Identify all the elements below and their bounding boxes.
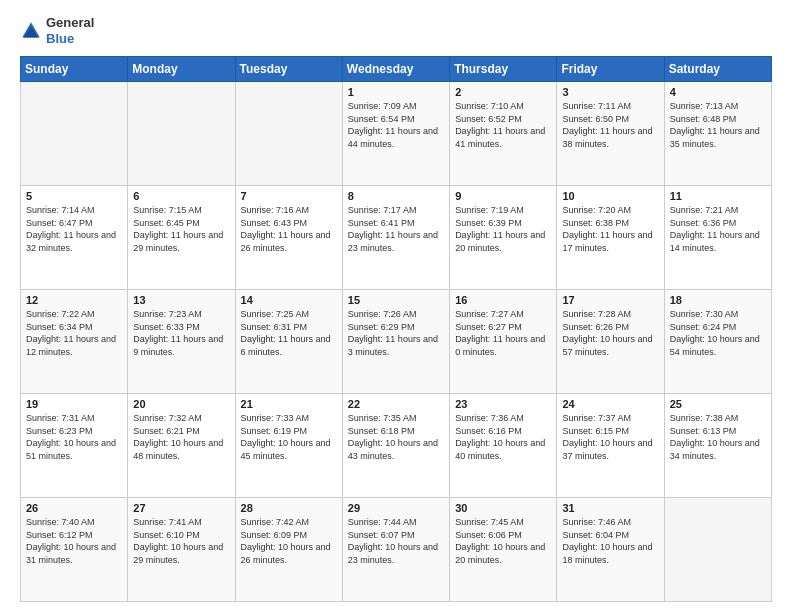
day-info: Sunrise: 7:26 AMSunset: 6:29 PMDaylight:… — [348, 308, 444, 358]
day-number: 1 — [348, 86, 444, 98]
day-number: 23 — [455, 398, 551, 410]
calendar-cell: 14Sunrise: 7:25 AMSunset: 6:31 PMDayligh… — [235, 290, 342, 394]
day-number: 21 — [241, 398, 337, 410]
calendar-cell: 4Sunrise: 7:13 AMSunset: 6:48 PMDaylight… — [664, 82, 771, 186]
day-info: Sunrise: 7:25 AMSunset: 6:31 PMDaylight:… — [241, 308, 337, 358]
day-info: Sunrise: 7:30 AMSunset: 6:24 PMDaylight:… — [670, 308, 766, 358]
day-info: Sunrise: 7:31 AMSunset: 6:23 PMDaylight:… — [26, 412, 122, 462]
calendar-cell: 25Sunrise: 7:38 AMSunset: 6:13 PMDayligh… — [664, 394, 771, 498]
logo-text: General Blue — [46, 15, 94, 46]
calendar-cell — [235, 82, 342, 186]
day-info: Sunrise: 7:36 AMSunset: 6:16 PMDaylight:… — [455, 412, 551, 462]
day-number: 17 — [562, 294, 658, 306]
calendar-cell: 26Sunrise: 7:40 AMSunset: 6:12 PMDayligh… — [21, 498, 128, 602]
day-info: Sunrise: 7:09 AMSunset: 6:54 PMDaylight:… — [348, 100, 444, 150]
day-number: 6 — [133, 190, 229, 202]
day-info: Sunrise: 7:14 AMSunset: 6:47 PMDaylight:… — [26, 204, 122, 254]
day-number: 5 — [26, 190, 122, 202]
calendar-cell: 28Sunrise: 7:42 AMSunset: 6:09 PMDayligh… — [235, 498, 342, 602]
weekday-header: Sunday — [21, 57, 128, 82]
calendar-cell: 27Sunrise: 7:41 AMSunset: 6:10 PMDayligh… — [128, 498, 235, 602]
day-number: 8 — [348, 190, 444, 202]
calendar-table: SundayMondayTuesdayWednesdayThursdayFrid… — [20, 56, 772, 602]
day-info: Sunrise: 7:10 AMSunset: 6:52 PMDaylight:… — [455, 100, 551, 150]
day-info: Sunrise: 7:45 AMSunset: 6:06 PMDaylight:… — [455, 516, 551, 566]
day-info: Sunrise: 7:13 AMSunset: 6:48 PMDaylight:… — [670, 100, 766, 150]
day-info: Sunrise: 7:38 AMSunset: 6:13 PMDaylight:… — [670, 412, 766, 462]
calendar-cell — [664, 498, 771, 602]
day-number: 13 — [133, 294, 229, 306]
calendar-cell: 23Sunrise: 7:36 AMSunset: 6:16 PMDayligh… — [450, 394, 557, 498]
calendar-cell: 22Sunrise: 7:35 AMSunset: 6:18 PMDayligh… — [342, 394, 449, 498]
day-number: 28 — [241, 502, 337, 514]
day-info: Sunrise: 7:41 AMSunset: 6:10 PMDaylight:… — [133, 516, 229, 566]
day-info: Sunrise: 7:17 AMSunset: 6:41 PMDaylight:… — [348, 204, 444, 254]
calendar-cell: 31Sunrise: 7:46 AMSunset: 6:04 PMDayligh… — [557, 498, 664, 602]
calendar-cell: 16Sunrise: 7:27 AMSunset: 6:27 PMDayligh… — [450, 290, 557, 394]
calendar-cell: 30Sunrise: 7:45 AMSunset: 6:06 PMDayligh… — [450, 498, 557, 602]
calendar-cell: 21Sunrise: 7:33 AMSunset: 6:19 PMDayligh… — [235, 394, 342, 498]
day-number: 7 — [241, 190, 337, 202]
day-number: 27 — [133, 502, 229, 514]
day-number: 10 — [562, 190, 658, 202]
day-number: 26 — [26, 502, 122, 514]
day-number: 3 — [562, 86, 658, 98]
header: General Blue — [20, 15, 772, 46]
day-info: Sunrise: 7:42 AMSunset: 6:09 PMDaylight:… — [241, 516, 337, 566]
day-number: 30 — [455, 502, 551, 514]
day-number: 11 — [670, 190, 766, 202]
day-number: 4 — [670, 86, 766, 98]
calendar-cell: 6Sunrise: 7:15 AMSunset: 6:45 PMDaylight… — [128, 186, 235, 290]
weekday-header: Tuesday — [235, 57, 342, 82]
calendar-cell: 8Sunrise: 7:17 AMSunset: 6:41 PMDaylight… — [342, 186, 449, 290]
day-number: 12 — [26, 294, 122, 306]
day-info: Sunrise: 7:15 AMSunset: 6:45 PMDaylight:… — [133, 204, 229, 254]
day-info: Sunrise: 7:32 AMSunset: 6:21 PMDaylight:… — [133, 412, 229, 462]
calendar-cell: 10Sunrise: 7:20 AMSunset: 6:38 PMDayligh… — [557, 186, 664, 290]
calendar-cell: 13Sunrise: 7:23 AMSunset: 6:33 PMDayligh… — [128, 290, 235, 394]
day-number: 9 — [455, 190, 551, 202]
calendar-cell: 7Sunrise: 7:16 AMSunset: 6:43 PMDaylight… — [235, 186, 342, 290]
day-number: 24 — [562, 398, 658, 410]
day-info: Sunrise: 7:23 AMSunset: 6:33 PMDaylight:… — [133, 308, 229, 358]
calendar-cell: 20Sunrise: 7:32 AMSunset: 6:21 PMDayligh… — [128, 394, 235, 498]
weekday-header: Friday — [557, 57, 664, 82]
logo-icon — [20, 20, 42, 42]
calendar-cell: 18Sunrise: 7:30 AMSunset: 6:24 PMDayligh… — [664, 290, 771, 394]
calendar-cell: 12Sunrise: 7:22 AMSunset: 6:34 PMDayligh… — [21, 290, 128, 394]
calendar-cell: 9Sunrise: 7:19 AMSunset: 6:39 PMDaylight… — [450, 186, 557, 290]
day-info: Sunrise: 7:44 AMSunset: 6:07 PMDaylight:… — [348, 516, 444, 566]
day-number: 2 — [455, 86, 551, 98]
day-number: 31 — [562, 502, 658, 514]
day-info: Sunrise: 7:27 AMSunset: 6:27 PMDaylight:… — [455, 308, 551, 358]
day-number: 15 — [348, 294, 444, 306]
calendar-cell — [21, 82, 128, 186]
calendar-cell: 15Sunrise: 7:26 AMSunset: 6:29 PMDayligh… — [342, 290, 449, 394]
calendar-cell: 3Sunrise: 7:11 AMSunset: 6:50 PMDaylight… — [557, 82, 664, 186]
day-number: 25 — [670, 398, 766, 410]
day-info: Sunrise: 7:40 AMSunset: 6:12 PMDaylight:… — [26, 516, 122, 566]
weekday-header: Thursday — [450, 57, 557, 82]
day-number: 16 — [455, 294, 551, 306]
calendar-cell: 24Sunrise: 7:37 AMSunset: 6:15 PMDayligh… — [557, 394, 664, 498]
logo: General Blue — [20, 15, 94, 46]
day-info: Sunrise: 7:33 AMSunset: 6:19 PMDaylight:… — [241, 412, 337, 462]
day-number: 19 — [26, 398, 122, 410]
calendar-cell: 19Sunrise: 7:31 AMSunset: 6:23 PMDayligh… — [21, 394, 128, 498]
day-info: Sunrise: 7:22 AMSunset: 6:34 PMDaylight:… — [26, 308, 122, 358]
calendar-cell: 17Sunrise: 7:28 AMSunset: 6:26 PMDayligh… — [557, 290, 664, 394]
weekday-header: Saturday — [664, 57, 771, 82]
calendar-cell: 5Sunrise: 7:14 AMSunset: 6:47 PMDaylight… — [21, 186, 128, 290]
day-info: Sunrise: 7:28 AMSunset: 6:26 PMDaylight:… — [562, 308, 658, 358]
day-number: 29 — [348, 502, 444, 514]
page: General Blue SundayMondayTuesdayWednesda… — [0, 0, 792, 612]
day-info: Sunrise: 7:16 AMSunset: 6:43 PMDaylight:… — [241, 204, 337, 254]
calendar-cell: 1Sunrise: 7:09 AMSunset: 6:54 PMDaylight… — [342, 82, 449, 186]
day-info: Sunrise: 7:19 AMSunset: 6:39 PMDaylight:… — [455, 204, 551, 254]
weekday-header: Wednesday — [342, 57, 449, 82]
calendar-cell: 29Sunrise: 7:44 AMSunset: 6:07 PMDayligh… — [342, 498, 449, 602]
day-info: Sunrise: 7:46 AMSunset: 6:04 PMDaylight:… — [562, 516, 658, 566]
day-number: 22 — [348, 398, 444, 410]
calendar-cell: 11Sunrise: 7:21 AMSunset: 6:36 PMDayligh… — [664, 186, 771, 290]
day-info: Sunrise: 7:11 AMSunset: 6:50 PMDaylight:… — [562, 100, 658, 150]
